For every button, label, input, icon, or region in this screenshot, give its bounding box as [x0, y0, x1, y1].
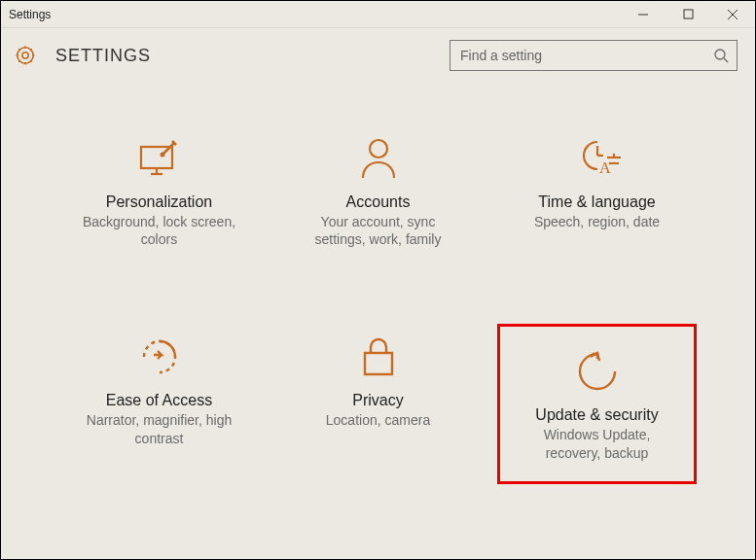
svg-rect-1	[684, 10, 693, 18]
svg-point-12	[370, 140, 387, 158]
svg-text:A: A	[599, 159, 611, 176]
svg-point-4	[22, 52, 28, 58]
svg-point-11	[161, 154, 163, 157]
tile-update-security[interactable]: Update & security Windows Update, recove…	[497, 324, 697, 483]
accounts-icon	[353, 133, 404, 184]
svg-line-7	[724, 58, 728, 62]
update-security-icon	[572, 346, 623, 397]
tile-desc: Speech, region, date	[534, 213, 660, 230]
tile-privacy[interactable]: Privacy Location, camera	[278, 324, 478, 483]
gear-icon	[13, 43, 38, 68]
tile-title: Personalization	[106, 193, 212, 211]
tile-ease-of-access[interactable]: Ease of Access Narrator, magnifier, high…	[59, 324, 259, 483]
window-title: Settings	[9, 8, 621, 21]
privacy-icon	[353, 332, 404, 382]
page-title: SETTINGS	[55, 46, 450, 66]
tile-title: Privacy	[352, 392, 403, 409]
tile-time-language[interactable]: A Time & language Speech, region, date	[497, 125, 697, 285]
ease-of-access-icon	[134, 332, 185, 382]
personalization-icon	[134, 133, 185, 184]
tile-desc: Narrator, magnifier, high contrast	[77, 411, 242, 446]
header-row: SETTINGS	[1, 28, 755, 77]
tile-desc: Windows Update, recovery, backup	[515, 426, 680, 461]
tile-desc: Background, lock screen, colors	[77, 213, 242, 248]
minimize-button[interactable]	[621, 1, 666, 27]
tile-title: Accounts	[346, 193, 411, 211]
tile-personalization[interactable]: Personalization Background, lock screen,…	[59, 125, 259, 285]
window-controls	[621, 1, 755, 27]
search-icon	[713, 48, 729, 63]
window-titlebar: Settings	[1, 1, 755, 28]
tile-title: Update & security	[535, 406, 658, 424]
search-input[interactable]	[458, 47, 713, 64]
maximize-button[interactable]	[666, 1, 710, 27]
client-area: SETTINGS Personalizatio	[1, 28, 755, 559]
svg-point-6	[715, 50, 725, 59]
tile-desc: Your account, sync settings, work, famil…	[296, 213, 461, 248]
search-box[interactable]	[450, 40, 738, 71]
time-language-icon: A	[572, 133, 623, 184]
svg-rect-19	[365, 353, 392, 374]
tile-title: Time & language	[538, 193, 655, 211]
tile-accounts[interactable]: Accounts Your account, sync settings, wo…	[278, 125, 478, 285]
svg-point-5	[18, 48, 33, 63]
tile-desc: Location, camera	[326, 411, 430, 429]
close-button[interactable]	[710, 1, 755, 27]
tile-title: Ease of Access	[106, 392, 212, 409]
settings-grid: Personalization Background, lock screen,…	[1, 77, 755, 523]
